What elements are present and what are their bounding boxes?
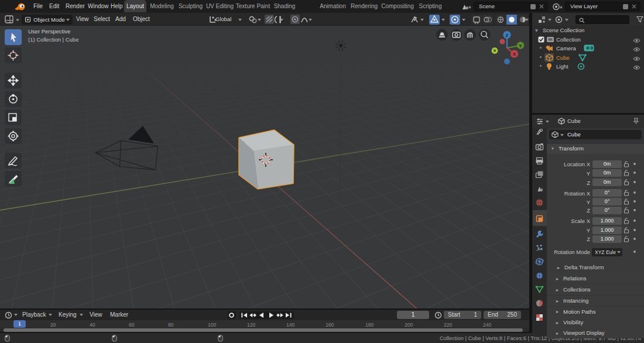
- svg-text:Z: Z: [506, 33, 509, 38]
- svg-text:User Perspective: User Perspective: [28, 28, 70, 35]
- svg-text:(1) Collection | Cube: (1) Collection | Cube: [28, 36, 78, 43]
- svg-text:X: X: [513, 52, 516, 57]
- svg-text:Y: Y: [519, 43, 522, 49]
